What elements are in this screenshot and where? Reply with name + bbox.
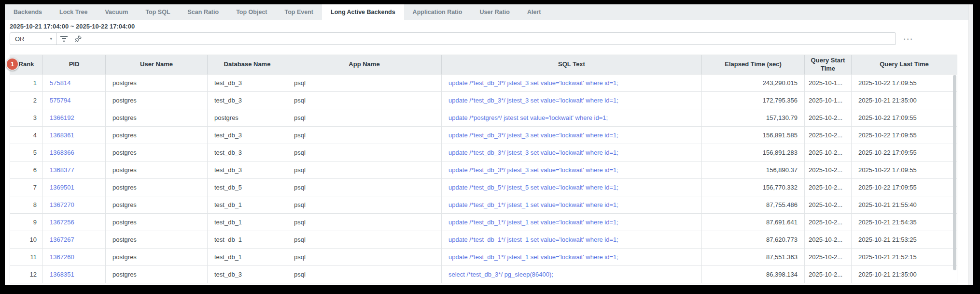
tab-top-event[interactable]: Top Event xyxy=(276,4,322,20)
cell-db: test_db_1 xyxy=(208,249,287,266)
filter-input[interactable] xyxy=(85,33,896,44)
cell-rank: 4 xyxy=(10,127,43,144)
tab-backends[interactable]: Backends xyxy=(5,4,51,20)
cell-qstart: 2025-10-2... xyxy=(805,109,852,127)
tab-application-ratio[interactable]: Application Ratio xyxy=(404,4,471,20)
table-row: 81367270postgrestest_db_1psqlupdate /*te… xyxy=(10,196,957,214)
cell-qstart: 2025-10-2... xyxy=(805,214,852,231)
cell-app: psql xyxy=(287,109,442,127)
tab-alert[interactable]: Alert xyxy=(518,4,549,20)
operator-value: OR xyxy=(15,35,25,43)
column-header-db[interactable]: Database Name xyxy=(208,55,287,74)
cell-app: psql xyxy=(287,179,442,196)
cell-db: test_db_3 xyxy=(208,162,287,179)
tab-top-object[interactable]: Top Object xyxy=(227,4,276,20)
column-header-pid[interactable]: PID xyxy=(43,55,106,74)
cell-pid[interactable]: 1366192 xyxy=(43,109,106,127)
cell-db: test_db_3 xyxy=(208,92,287,109)
cell-user: postgres xyxy=(106,74,208,92)
cell-db: test_db_3 xyxy=(208,266,287,283)
cell-app: psql xyxy=(287,162,442,179)
cell-qlast: 2025-10-22 17:09:55 xyxy=(852,144,957,162)
cell-qstart: 2025-10-2... xyxy=(805,144,852,162)
cell-app: psql xyxy=(287,231,442,249)
cell-sql[interactable]: update /*postgres*/ jstest set value='lo… xyxy=(442,109,702,127)
cell-sql[interactable]: update /*test_db_1*/ jstest_1 set value=… xyxy=(442,249,702,266)
cell-sql[interactable]: update /*test_db_3*/ jstest_3 set value=… xyxy=(442,74,702,92)
cell-pid[interactable]: 1368366 xyxy=(43,144,106,162)
cell-qstart: 2025-10-2... xyxy=(805,249,852,266)
tab-long-active-backends[interactable]: Long Active Backends xyxy=(322,4,404,20)
cell-qstart: 2025-10-2... xyxy=(805,179,852,196)
cell-user: postgres xyxy=(106,231,208,249)
cell-pid[interactable]: 575814 xyxy=(43,74,106,92)
cell-pid[interactable]: 1368351 xyxy=(43,266,106,283)
cell-qstart: 2025-10-2... xyxy=(805,127,852,144)
page-scrollbar[interactable] xyxy=(968,4,973,285)
cell-pid[interactable]: 1368361 xyxy=(43,127,106,144)
backends-table: RankPIDUser NameDatabase NameApp NameSQL… xyxy=(10,55,957,283)
cell-pid[interactable]: 1367267 xyxy=(43,231,106,249)
cell-elapsed: 156,891.585 xyxy=(702,127,805,144)
cell-sql[interactable]: update /*test_db_1*/ jstest_1 set value=… xyxy=(442,214,702,231)
cell-pid[interactable]: 1367256 xyxy=(43,214,106,231)
column-header-qstart[interactable]: Query Start Time xyxy=(805,55,852,74)
filter-icon[interactable] xyxy=(56,33,71,44)
tab-lock-tree[interactable]: Lock Tree xyxy=(51,4,96,20)
cell-app: psql xyxy=(287,214,442,231)
table-row: 91367256postgrestest_db_1psqlupdate /*te… xyxy=(10,214,957,231)
cell-pid[interactable]: 1368377 xyxy=(43,162,106,179)
tab-user-ratio[interactable]: User Ratio xyxy=(471,4,518,20)
cell-user: postgres xyxy=(106,162,208,179)
column-header-elapsed[interactable]: Elapsed Time (sec) xyxy=(702,55,805,74)
column-header-user[interactable]: User Name xyxy=(106,55,208,74)
operator-select[interactable]: OR ▾ xyxy=(10,33,56,44)
cell-user: postgres xyxy=(106,127,208,144)
cell-pid[interactable]: 1367270 xyxy=(43,196,106,214)
cell-app: psql xyxy=(287,74,442,92)
cell-elapsed: 86,398.134 xyxy=(702,266,805,283)
cell-qlast: 2025-10-22 17:09:55 xyxy=(852,127,957,144)
cell-user: postgres xyxy=(106,92,208,109)
cell-qlast: 2025-10-21 21:35:00 xyxy=(852,266,957,283)
cell-rank: 3 xyxy=(10,109,43,127)
column-header-qlast[interactable]: Query Last Time xyxy=(852,55,957,74)
cell-qlast: 2025-10-22 17:09:55 xyxy=(852,74,957,92)
cell-pid[interactable]: 1367260 xyxy=(43,249,106,266)
tab-vacuum[interactable]: Vacuum xyxy=(96,4,137,20)
cell-db: test_db_5 xyxy=(208,179,287,196)
cell-pid[interactable]: 575794 xyxy=(43,92,106,109)
tab-top-sql[interactable]: Top SQL xyxy=(137,4,179,20)
cell-app: psql xyxy=(287,144,442,162)
cell-db: test_db_3 xyxy=(208,144,287,162)
cell-qlast: 2025-10-21 21:53:25 xyxy=(852,231,957,249)
cell-user: postgres xyxy=(106,266,208,283)
table-scrollbar[interactable] xyxy=(953,75,956,270)
cell-pid[interactable]: 1369501 xyxy=(43,179,106,196)
column-header-app[interactable]: App Name xyxy=(287,55,442,74)
cell-sql[interactable]: update /*test_db_1*/ jstest_1 set value=… xyxy=(442,231,702,249)
cell-elapsed: 87,551.363 xyxy=(702,249,805,266)
cell-sql[interactable]: update /*test_db_3*/ jstest_3 set value=… xyxy=(442,162,702,179)
cell-app: psql xyxy=(287,196,442,214)
cell-qstart: 2025-10-2... xyxy=(805,162,852,179)
more-options-button[interactable]: ··· xyxy=(900,32,917,45)
cell-qlast: 2025-10-21 21:35:00 xyxy=(852,92,957,109)
cell-app: psql xyxy=(287,127,442,144)
cell-db: test_db_3 xyxy=(208,127,287,144)
pin-icon[interactable] xyxy=(71,33,85,44)
cell-sql[interactable]: update /*test_db_5*/ jstest_5 set value=… xyxy=(442,179,702,196)
table-row: 31366192postgrespostgrespsqlupdate /*pos… xyxy=(10,109,957,127)
cell-sql[interactable]: update /*test_db_3*/ jstest_3 set value=… xyxy=(442,127,702,144)
cell-sql[interactable]: select /*test_db_3*/ pg_sleep(86400); xyxy=(442,266,702,283)
cell-sql[interactable]: update /*test_db_3*/ jstest_3 set value=… xyxy=(442,144,702,162)
cell-user: postgres xyxy=(106,109,208,127)
column-header-sql[interactable]: SQL Text xyxy=(442,55,702,74)
cell-sql[interactable]: update /*test_db_3*/ jstest_3 set value=… xyxy=(442,92,702,109)
cell-sql[interactable]: update /*test_db_1*/ jstest_1 set value=… xyxy=(442,196,702,214)
filter-bar[interactable]: OR ▾ xyxy=(10,32,896,45)
cell-elapsed: 87,755.486 xyxy=(702,196,805,214)
cell-db: test_db_1 xyxy=(208,231,287,249)
tab-scan-ratio[interactable]: Scan Ratio xyxy=(179,4,228,20)
table-header-row: RankPIDUser NameDatabase NameApp NameSQL… xyxy=(10,55,957,74)
